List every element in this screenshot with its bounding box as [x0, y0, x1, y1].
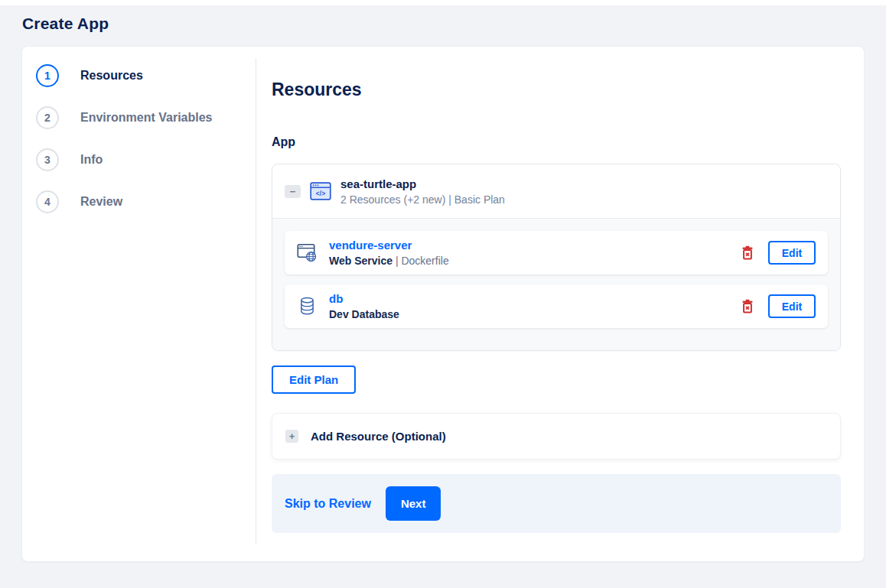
resource-name-link[interactable]: db: [329, 292, 399, 305]
wizard-footer: Skip to Review Next: [272, 474, 841, 533]
svg-text:</>: </>: [316, 190, 325, 197]
step-environment-variables[interactable]: 2 Environment Variables: [36, 106, 256, 129]
add-resource-section[interactable]: + Add Resource (Optional): [272, 413, 841, 460]
delete-resource-button[interactable]: [740, 244, 755, 262]
step-number-badge: 2: [36, 106, 59, 129]
app-group-card: − </> sea-turtle-app 2 Resources (+2 new…: [272, 164, 841, 351]
add-resource-label: Add Resource (Optional): [311, 430, 446, 443]
plus-icon[interactable]: +: [285, 430, 298, 443]
step-number-badge: 1: [36, 64, 59, 87]
step-label: Environment Variables: [80, 111, 213, 125]
resource-subtitle: Dev Database: [329, 308, 399, 320]
resource-row-web-service: vendure-server Web Service | Dockerfile: [285, 231, 828, 275]
resource-texts: vendure-server Web Service | Dockerfile: [329, 239, 449, 267]
resource-type: Dev Database: [329, 308, 399, 320]
app-code-icon: </>: [310, 180, 331, 202]
web-service-icon: [297, 242, 318, 263]
app-group-header: − </> sea-turtle-app 2 Resources (+2 new…: [272, 164, 840, 218]
step-label: Review: [80, 195, 122, 209]
edit-resource-button[interactable]: Edit: [768, 241, 816, 265]
app-section-label: App: [272, 135, 841, 149]
page-title: Create App: [22, 15, 886, 33]
collapse-app-button[interactable]: −: [285, 185, 301, 198]
resource-subtitle: Web Service | Dockerfile: [329, 255, 449, 267]
resource-type: Web Service: [329, 255, 393, 267]
wizard-stepper: 1 Resources 2 Environment Variables 3 In…: [22, 47, 256, 561]
next-button[interactable]: Next: [386, 486, 441, 521]
resource-row-database: db Dev Database Edit: [285, 284, 828, 328]
delete-resource-button[interactable]: [740, 297, 755, 315]
step-info[interactable]: 3 Info: [36, 148, 256, 171]
database-icon: [297, 296, 318, 317]
create-app-wizard-card: 1 Resources 2 Environment Variables 3 In…: [21, 46, 865, 562]
trash-icon: [741, 299, 754, 313]
edit-resource-button[interactable]: Edit: [768, 294, 816, 318]
app-name: sea-turtle-app: [340, 177, 505, 190]
step-number-badge: 4: [36, 190, 59, 213]
step-number-badge: 3: [36, 148, 59, 171]
resource-detail: Dockerfile: [401, 255, 448, 267]
skip-to-review-link[interactable]: Skip to Review: [285, 497, 371, 511]
trash-icon: [741, 245, 754, 260]
step-label: Info: [80, 153, 103, 167]
step-label: Resources: [80, 69, 143, 83]
top-strip: [0, 0, 886, 5]
edit-plan-button[interactable]: Edit Plan: [272, 365, 356, 394]
resource-separator: |: [393, 255, 401, 267]
resource-texts: db Dev Database: [329, 292, 399, 320]
app-summary: 2 Resources (+2 new) | Basic Plan: [340, 193, 505, 206]
step-resources[interactable]: 1 Resources: [36, 64, 256, 87]
resource-name-link[interactable]: vendure-server: [329, 239, 449, 252]
content-heading: Resources: [272, 80, 841, 100]
step-review[interactable]: 4 Review: [36, 190, 256, 213]
app-group-body: vendure-server Web Service | Dockerfile: [272, 218, 840, 350]
app-group-titles: sea-turtle-app 2 Resources (+2 new) | Ba…: [340, 177, 505, 206]
resources-step-content: Resources App − </> sea-turtle-app 2 Res…: [256, 47, 864, 561]
